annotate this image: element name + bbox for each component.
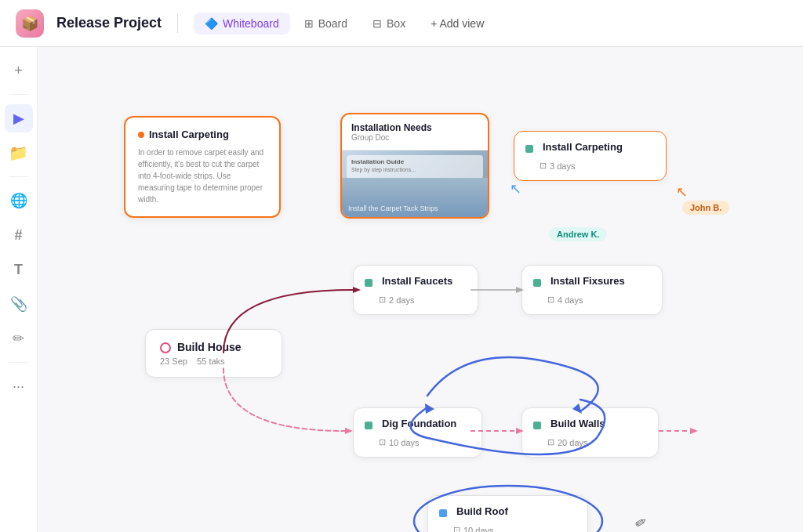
whiteboard-icon: 🔷 (205, 17, 218, 30)
canvas[interactable]: + ▶ 📁 🌐 # T 📎 ✏ ··· (0, 47, 803, 532)
build-roof-days: 10 days (463, 526, 494, 533)
note-card-title: Install Carpeting (138, 128, 267, 140)
install-faucets-title: Install Faucets (382, 275, 452, 287)
sidebar-icon-globe[interactable]: 🌐 (5, 186, 33, 215)
sidebar-icon-add[interactable]: + (5, 56, 33, 85)
sidebar-icon-more[interactable]: ··· (5, 372, 33, 400)
walls-duration-icon: ⊡ (547, 437, 554, 447)
svg-marker-7 (690, 428, 698, 434)
build-walls-days: 20 days (558, 438, 588, 447)
install-carpeting-days: 3 days (550, 161, 575, 171)
sidebar-icon-folder[interactable]: 📁 (5, 139, 33, 167)
task-duration-icon: ⊡ (540, 161, 547, 171)
build-walls-title: Build Walls (550, 418, 605, 429)
note-dot (138, 132, 144, 138)
dig-duration-icon: ⊡ (379, 437, 386, 447)
house-circle-icon (160, 342, 171, 353)
install-fixtures-title: Install Fixsures (550, 275, 625, 287)
install-faucets-days: 2 days (389, 295, 414, 305)
dig-foundation-card[interactable]: Dig Foundation ⊡ 10 days (353, 407, 482, 458)
build-roof-title: Build Roof (456, 505, 508, 517)
walls-status-dot (533, 422, 541, 429)
john-chip: John B. (682, 201, 729, 215)
header: 📦 Release Project 🔷 Whiteboard ⊞ Board ⊟… (0, 0, 803, 47)
sidebar-icon-text[interactable]: T (5, 255, 33, 284)
project-title: Release Project (56, 15, 162, 31)
build-walls-card[interactable]: Build Walls ⊡ 20 days (521, 407, 659, 458)
build-roof-card[interactable]: Build Roof ⊡ 10 days (427, 495, 588, 532)
board-icon: ⊞ (304, 17, 314, 30)
sidebar-sep-1 (9, 94, 28, 95)
tab-board[interactable]: ⊞ Board (293, 13, 358, 34)
image-placeholder: Installation Guide Step by step instruct… (342, 150, 488, 217)
install-carpeting-note-card[interactable]: Install Carpeting In order to remove car… (124, 116, 281, 218)
cursor-orange: ↖ (676, 183, 688, 201)
install-carpeting-task-title: Install Carpeting (543, 141, 623, 153)
note-card-body: In order to remove carpet easily and eff… (138, 147, 267, 205)
nav-tabs: 🔷 Whiteboard ⊞ Board ⊟ Box + Add view (194, 13, 495, 34)
build-house-sub: 23 Sep 55 taks (160, 356, 267, 366)
roof-duration-icon: ⊡ (453, 525, 460, 532)
faucets-status-dot (365, 279, 372, 287)
fixtures-duration-icon: ⊡ (547, 295, 554, 305)
sidebar-icon-pen[interactable]: ✏ (5, 324, 33, 353)
installation-needs-card[interactable]: Installation Needs Group Doc Installatio… (340, 113, 489, 219)
install-fixtures-card[interactable]: Install Fixsures ⊡ 4 days (521, 265, 663, 315)
build-house-title: Build House (160, 341, 267, 353)
sidebar-icon-play[interactable]: ▶ (5, 104, 33, 132)
sidebar: + ▶ 📁 🌐 # T 📎 ✏ ··· (0, 47, 38, 532)
box-icon: ⊟ (372, 17, 382, 30)
cursor-blue: ↖ (510, 180, 521, 197)
add-view-button[interactable]: + Add view (420, 13, 495, 34)
faucets-duration-icon: ⊡ (379, 295, 386, 305)
image-card-header: Installation Needs Group Doc (342, 114, 488, 150)
install-carpeting-task-card[interactable]: Install Carpeting ⊡ 3 days (514, 131, 667, 181)
tab-whiteboard[interactable]: 🔷 Whiteboard (194, 13, 290, 34)
dig-status-dot (365, 422, 372, 429)
andrew-chip: Andrew K. (549, 227, 607, 241)
install-fixtures-days: 4 days (558, 295, 583, 305)
svg-marker-1 (345, 428, 353, 434)
pencil-icon: ✏ (632, 512, 651, 532)
build-house-card[interactable]: Build House 23 Sep 55 taks (145, 329, 282, 378)
dig-foundation-days: 10 days (389, 438, 420, 447)
install-faucets-card[interactable]: Install Faucets ⊡ 2 days (353, 265, 478, 315)
task-status-dot (525, 145, 533, 153)
image-text: Install the Carpet Tack Strips (348, 204, 438, 212)
tab-box[interactable]: ⊟ Box (362, 13, 416, 34)
fixtures-status-dot (533, 279, 541, 287)
image-card-title: Installation Needs (351, 122, 478, 133)
dig-foundation-title: Dig Foundation (382, 418, 456, 429)
sidebar-icon-clip[interactable]: 📎 (5, 290, 33, 318)
header-divider (177, 14, 178, 33)
image-card-sub: Group Doc (351, 133, 478, 142)
sidebar-sep-3 (9, 362, 28, 363)
roof-status-dot (439, 509, 447, 517)
sidebar-icon-hash[interactable]: # (5, 221, 33, 249)
sidebar-sep-2 (9, 176, 28, 177)
app-logo: 📦 (16, 9, 44, 38)
